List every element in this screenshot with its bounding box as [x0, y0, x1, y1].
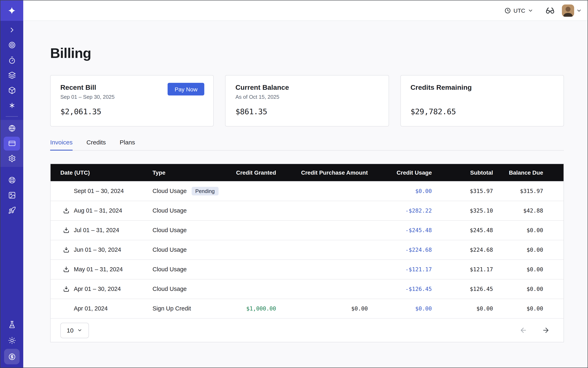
current-balance-card: Current Balance As of Oct 15, 2025 $861.…	[225, 75, 389, 127]
credit-usage-value: $0.00	[368, 181, 432, 201]
invoice-row: Jul 01 – 31, 2024 Cloud Usage -$245.48 $…	[51, 220, 563, 240]
sidebar-item-labs[interactable]	[0, 317, 23, 332]
goggles-icon	[546, 6, 555, 15]
subtotal-value: $121.17	[432, 259, 493, 279]
page-size-select[interactable]: 10	[60, 322, 89, 338]
pagination	[519, 326, 550, 334]
download-invoice-icon[interactable]	[63, 266, 70, 273]
col-date: Date (UTC)	[51, 164, 153, 181]
flask-icon	[8, 321, 16, 328]
invoice-row: Apr 01 – 30, 2024 Cloud Usage -$126.45 $…	[51, 279, 563, 299]
col-subtotal: Subtotal	[432, 164, 493, 181]
balance-due-value: $0.00	[493, 279, 563, 299]
sidebar-item-settings[interactable]	[0, 151, 23, 166]
tab-invoices[interactable]: Invoices	[50, 139, 72, 150]
download-invoice-icon[interactable]	[63, 246, 70, 253]
tab-plans[interactable]: Plans	[120, 139, 135, 150]
credits-remaining-amount: $29,782.65	[410, 107, 554, 116]
col-credit-usage: Credit Usage	[368, 164, 432, 181]
app-logo[interactable]	[0, 0, 23, 21]
sidebar-item-target[interactable]	[0, 37, 23, 53]
image-icon	[8, 191, 16, 199]
table-footer: 10	[51, 318, 563, 342]
asterisk-icon	[8, 101, 16, 109]
next-page-button[interactable]	[542, 326, 550, 334]
sidebar-item-rocket[interactable]	[0, 203, 23, 218]
invoice-row: Aug 01 – 31, 2024 Cloud Usage -$282.22 $…	[51, 201, 563, 220]
credits-button[interactable]	[4, 349, 19, 364]
balance-due-value: $0.00	[493, 240, 563, 259]
cube-icon	[8, 86, 16, 94]
globe-icon	[8, 124, 16, 132]
sidebar-item-layers[interactable]	[0, 68, 23, 83]
sidebar-item-cube[interactable]	[0, 83, 23, 98]
layers-icon	[8, 71, 16, 79]
timezone-selector[interactable]: UTC	[504, 7, 533, 14]
col-credit-purchase-amount: Credit Purchase Amount	[276, 164, 368, 181]
clock-icon	[504, 7, 511, 14]
balance-due-value: $315.97	[493, 181, 563, 201]
invoice-row: Sept 01 – 30, 2024 Cloud Usage Pending $…	[51, 181, 563, 201]
credit-granted-value	[226, 181, 276, 201]
credit-usage-value: -$224.68	[368, 240, 432, 259]
recent-bill-card: Recent Bill Sep 01 – Sep 30, 2025 $2,061…	[50, 75, 214, 127]
balance-due-value: $42.88	[493, 201, 563, 220]
invoice-row: May 01 – 31, 2024 Cloud Usage -$121.17 $…	[51, 259, 563, 279]
invoice-date: Jul 01 – 31, 2024	[74, 227, 119, 233]
logo-icon	[8, 7, 16, 15]
download-invoice-icon[interactable]	[63, 227, 70, 234]
timer-icon	[8, 56, 16, 64]
sidebar-divider	[6, 116, 18, 117]
chevron-down-icon	[528, 8, 533, 13]
sidebar-item-media[interactable]	[0, 188, 23, 203]
chevron-down-icon	[77, 328, 82, 333]
arrow-right-icon	[542, 326, 550, 334]
sidebar-nav	[0, 21, 23, 218]
credit-purchase-value	[276, 220, 368, 240]
credits-remaining-card: Credits Remaining $29,782.65	[400, 75, 564, 127]
download-invoice-icon[interactable]	[63, 285, 70, 292]
goggles-button[interactable]	[546, 6, 555, 15]
sidebar-item-timer[interactable]	[0, 53, 23, 68]
pay-now-button[interactable]: Pay Now	[168, 83, 205, 95]
subtotal-value: $0.00	[432, 299, 493, 318]
content-column: UTC Billing Recent Bill Sep 01 – Sep 30,…	[23, 0, 588, 368]
account-menu[interactable]	[562, 4, 582, 17]
sidebar-item-support[interactable]	[0, 173, 23, 188]
billing-page: Billing Recent Bill Sep 01 – Sep 30, 202…	[23, 21, 588, 368]
invoice-date: Sept 01 – 30, 2024	[74, 188, 124, 194]
invoice-type: Cloud Usage	[153, 207, 187, 214]
sidebar-item-globe[interactable]	[0, 121, 23, 136]
app-window: UTC Billing Recent Bill Sep 01 – Sep 30,…	[0, 0, 588, 368]
download-invoice-icon[interactable]	[63, 207, 70, 214]
page-title: Billing	[50, 45, 564, 61]
invoice-date: Aug 01 – 31, 2024	[74, 207, 122, 214]
chevron-right-icon	[8, 26, 16, 34]
settings-gear-icon	[8, 155, 16, 162]
card-title: Current Balance	[235, 84, 379, 92]
credit-usage-value: -$121.17	[368, 259, 432, 279]
credit-granted-value: $1,000.00	[226, 299, 276, 318]
prev-page-button[interactable]	[519, 326, 527, 334]
col-balance-due: Balance Due	[493, 164, 563, 181]
page-size-value: 10	[67, 327, 73, 334]
col-type: Type	[153, 164, 226, 181]
invoice-type: Cloud Usage	[153, 188, 187, 194]
target-icon	[8, 41, 16, 49]
chevron-down-icon	[576, 8, 582, 13]
credit-purchase-value	[276, 201, 368, 220]
arrow-left-icon	[519, 326, 527, 334]
tab-credits[interactable]: Credits	[86, 139, 106, 150]
topbar: UTC	[23, 0, 588, 21]
invoice-date: Apr 01, 2024	[74, 305, 108, 312]
sidebar-item-theme[interactable]	[0, 333, 23, 348]
credit-granted-value	[226, 279, 276, 299]
credit-usage-value: -$245.48	[368, 220, 432, 240]
col-credit-granted: Credit Granted	[226, 164, 276, 181]
sidebar-item-asterisk[interactable]	[0, 98, 23, 113]
balance-due-value: $0.00	[493, 299, 563, 318]
sidebar-item-billing[interactable]	[0, 136, 23, 151]
sidebar-collapse-button[interactable]	[0, 22, 23, 37]
credit-purchase-value: $0.00	[276, 299, 368, 318]
status-badge: Pending	[192, 187, 218, 195]
